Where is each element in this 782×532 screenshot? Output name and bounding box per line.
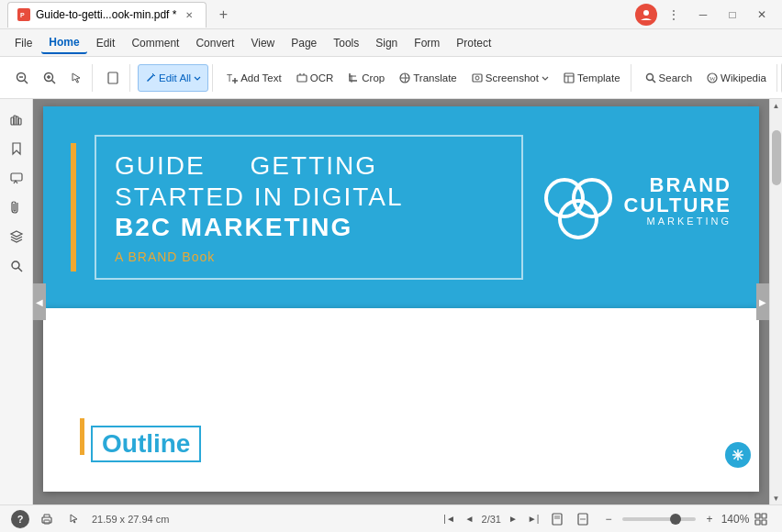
search-label: Search [659, 72, 692, 83]
ocr-button[interactable]: OCR [290, 64, 341, 92]
zoom-in-status-button[interactable]: + [699, 509, 720, 529]
page-layout-button[interactable] [547, 509, 567, 529]
next-page-button[interactable]: ► [505, 511, 521, 527]
status-left: ? 21.59 x 27.94 cm [11, 509, 169, 529]
template-icon [564, 72, 575, 83]
left-sidebar [0, 99, 33, 504]
sidebar-attachment-icon[interactable] [4, 194, 29, 220]
fit-window-button[interactable] [751, 509, 771, 529]
title-bar: P Guide-to-getti...ook-min.pdf * ✕ + ⋮ ─… [0, 0, 782, 29]
menu-bar: File Home Edit Comment Convert View Page… [0, 29, 782, 57]
maximize-button[interactable]: □ [720, 2, 745, 28]
zoom-in-button[interactable] [37, 64, 62, 92]
fit-window-icon [754, 513, 767, 526]
sidebar-bookmark-icon[interactable] [4, 136, 29, 161]
svg-rect-35 [11, 173, 22, 181]
svg-text:T: T [227, 73, 232, 83]
menu-tools[interactable]: Tools [326, 33, 366, 53]
page1-subtitle: A BRAND Book [115, 249, 503, 264]
translate-button[interactable]: Translate [393, 64, 464, 92]
logo-circles-icon [542, 175, 615, 239]
menu-convert[interactable]: Convert [188, 33, 241, 53]
menu-home[interactable]: Home [41, 32, 86, 54]
scroll-up-button[interactable]: ▲ [770, 99, 783, 112]
dropdown-icon [194, 74, 201, 82]
page-navigation: |◄ ◄ 2/31 ► ►| [441, 511, 542, 527]
screenshot-icon [472, 72, 483, 83]
fit-page-button[interactable] [573, 509, 593, 529]
pdf-content-area: ◀ GUIDE GETTING STARTED IN DIGITAL B2C M… [33, 99, 769, 504]
minimize-button[interactable]: ─ [690, 2, 716, 28]
last-page-button[interactable]: ►| [525, 511, 542, 527]
svg-point-25 [646, 73, 653, 80]
zoom-slider-thumb[interactable] [670, 514, 681, 525]
scrollbar-thumb[interactable] [772, 130, 781, 185]
logo-text: BRAND CULTURE MARKETING [624, 175, 732, 227]
menu-comment[interactable]: Comment [124, 33, 186, 53]
first-page-button[interactable]: |◄ [441, 511, 458, 527]
menu-form[interactable]: Form [407, 33, 447, 53]
page1-title-line2: STARTED IN DIGITAL [115, 182, 503, 213]
zoom-percent-display[interactable]: 140% [725, 509, 745, 529]
page1-text-box: GUIDE GETTING STARTED IN DIGITAL B2C MAR… [95, 135, 523, 279]
status-cursor-button[interactable] [64, 509, 84, 529]
zoom-slider[interactable] [622, 517, 696, 521]
scroll-right-arrow[interactable]: ▶ [756, 283, 769, 320]
page-view-button[interactable] [100, 64, 126, 92]
pdf-page-2: Outline [43, 308, 759, 492]
select-tool-button[interactable] [64, 64, 88, 92]
status-bar: ? 21.59 x 27.94 cm |◄ ◄ 2/31 ► ►| [0, 504, 782, 532]
sidebar-layers-icon[interactable] [4, 224, 29, 249]
sidebar-hand-icon[interactable] [4, 106, 29, 132]
help-button[interactable]: ? [11, 510, 29, 528]
zoom-percent-text: 140% [721, 513, 750, 526]
prev-page-button[interactable]: ◄ [462, 511, 478, 527]
snowflake-icon [731, 448, 745, 462]
menu-file[interactable]: File [7, 33, 39, 53]
svg-line-9 [52, 80, 56, 83]
pdf-page-1: GUIDE GETTING STARTED IN DIGITAL B2C MAR… [43, 106, 759, 308]
right-scrollbar[interactable]: ▲ ▼ [769, 99, 782, 504]
sidebar-search-icon[interactable] [4, 253, 29, 279]
scroll-down-button[interactable]: ▼ [770, 492, 783, 504]
edit-all-button[interactable]: Edit All [138, 64, 208, 92]
screenshot-button[interactable]: Screenshot [465, 64, 555, 92]
translate-icon [399, 72, 410, 83]
add-text-button[interactable]: T Add Text [220, 64, 288, 92]
sidebar-comment-icon[interactable] [4, 165, 29, 191]
ribbon-view-group [96, 64, 130, 92]
zoom-out-status-button[interactable]: − [598, 509, 619, 529]
edit-icon [145, 72, 156, 83]
menu-edit[interactable]: Edit [89, 33, 123, 53]
svg-point-36 [12, 261, 19, 269]
more-options-button[interactable]: ⋮ [661, 2, 687, 28]
menu-page[interactable]: Page [284, 33, 324, 53]
menu-sign[interactable]: Sign [368, 33, 405, 53]
tab-close-button[interactable]: ✕ [182, 7, 196, 22]
translate-label: Translate [413, 72, 457, 83]
ribbon-tools-group: T Add Text OCR Crop [217, 64, 631, 92]
search-button[interactable]: Search [639, 64, 698, 92]
template-button[interactable]: Template [557, 64, 627, 92]
page1-accent-bar [71, 143, 76, 272]
svg-point-21 [475, 76, 479, 80]
scroll-left-arrow[interactable]: ◀ [33, 283, 46, 320]
crop-button[interactable]: Crop [341, 64, 391, 92]
screenshot-label: Screenshot [486, 72, 539, 83]
close-button[interactable]: ✕ [749, 2, 775, 28]
action-circle-button[interactable] [725, 442, 751, 468]
template-label: Template [577, 72, 620, 83]
svg-rect-20 [473, 74, 482, 82]
logo-culture-text: CULTURE [624, 195, 732, 216]
zoom-out-button[interactable] [9, 64, 35, 92]
menu-view[interactable]: View [243, 33, 282, 53]
tab-title: Guide-to-getti...ook-min.pdf * [36, 8, 176, 21]
document-tab[interactable]: P Guide-to-getti...ook-min.pdf * ✕ [7, 2, 207, 28]
menu-protect[interactable]: Protect [449, 33, 498, 53]
cursor-status-icon [69, 514, 80, 525]
user-avatar[interactable] [635, 4, 657, 26]
new-tab-button[interactable]: + [212, 4, 234, 26]
svg-rect-15 [297, 75, 307, 82]
wikipedia-button[interactable]: W Wikipedia [700, 64, 773, 92]
status-print-button[interactable] [37, 509, 57, 529]
